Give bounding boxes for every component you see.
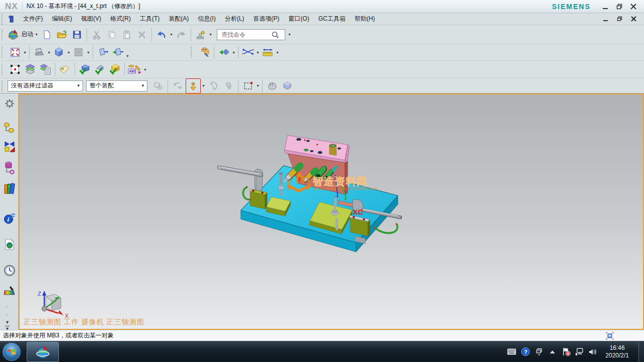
prev-selection-button[interactable] bbox=[171, 79, 185, 93]
shaded-dropdown-caret[interactable]: ▾ bbox=[66, 50, 71, 55]
menu-assemblies[interactable]: 装配(A) bbox=[164, 13, 193, 25]
action-center-button[interactable] bbox=[561, 347, 571, 356]
note-button[interactable] bbox=[58, 62, 72, 76]
undo-dropdown-caret[interactable]: ▾ bbox=[169, 32, 174, 37]
move-component-button[interactable] bbox=[8, 62, 22, 76]
reuse-library-button[interactable] bbox=[4, 183, 16, 195]
edit-section-button[interactable] bbox=[111, 45, 125, 59]
soft-selection-button[interactable] bbox=[265, 79, 279, 93]
clamp-check-button[interactable] bbox=[93, 62, 107, 76]
taskbar-clock[interactable]: 16:46 2020/2/1 bbox=[605, 344, 629, 359]
tray-expand-button[interactable] bbox=[548, 347, 557, 356]
snap-dropdown-caret[interactable]: ▾ bbox=[201, 83, 206, 88]
snap-point-button[interactable] bbox=[186, 78, 201, 94]
left-toggle-clamp[interactable] bbox=[218, 165, 267, 209]
measure-button[interactable] bbox=[261, 45, 275, 59]
help-tray-button[interactable]: ? bbox=[521, 347, 530, 356]
menu-window[interactable]: 窗口(O) bbox=[284, 13, 313, 25]
open-button[interactable] bbox=[55, 28, 69, 42]
menu-help[interactable]: 帮助(H) bbox=[350, 13, 380, 25]
background-dropdown-caret[interactable]: ▾ bbox=[86, 50, 91, 55]
app-minimize-button[interactable] bbox=[602, 3, 609, 10]
menu-information[interactable]: 信息(I) bbox=[193, 13, 220, 25]
fit-dropdown-caret[interactable]: ▾ bbox=[23, 50, 27, 55]
find-command-box[interactable] bbox=[217, 29, 285, 40]
layer-category-button[interactable] bbox=[38, 62, 52, 76]
toolbar-grip[interactable] bbox=[2, 14, 5, 25]
palette-scroll-up2-icon[interactable]: ▲ bbox=[5, 312, 10, 317]
repeat-command-button[interactable] bbox=[194, 28, 208, 42]
shaded-view-button[interactable] bbox=[52, 45, 66, 59]
start-button[interactable] bbox=[3, 343, 21, 361]
find-command-input[interactable] bbox=[220, 31, 271, 39]
highlight-assembly-button[interactable] bbox=[151, 79, 165, 93]
marquee-dropdown-caret[interactable]: ▾ bbox=[256, 83, 260, 88]
doc-restore-button[interactable] bbox=[616, 16, 623, 23]
menu-analysis[interactable]: 分析(L) bbox=[220, 13, 249, 25]
taskbar-nx-app-button[interactable] bbox=[27, 342, 59, 362]
measure-dropdown-caret[interactable]: ▾ bbox=[275, 50, 280, 55]
display-mode-button[interactable] bbox=[32, 45, 46, 59]
delete-button[interactable] bbox=[135, 28, 149, 42]
fit-view-button[interactable] bbox=[8, 45, 22, 59]
menu-tools[interactable]: 工具(T) bbox=[135, 13, 164, 25]
roles-button[interactable] bbox=[4, 98, 16, 110]
role-button[interactable] bbox=[197, 45, 211, 59]
constraint-navigator-button[interactable] bbox=[4, 141, 16, 153]
language-bar-button[interactable] bbox=[534, 347, 543, 356]
paste-button[interactable] bbox=[120, 28, 134, 42]
input-method-button[interactable] bbox=[507, 347, 516, 356]
toolbar-grip[interactable] bbox=[2, 64, 5, 75]
start-button[interactable]: 启动 ▾ bbox=[8, 28, 39, 42]
edit-object-display-button[interactable]: ABC bbox=[127, 62, 142, 76]
datum-dropdown-caret[interactable]: ▾ bbox=[256, 50, 260, 55]
menu-gc-toolbox[interactable]: GC工具箱 bbox=[314, 13, 350, 25]
selection-scope-dropdown[interactable]: 整个装配 ▼ bbox=[86, 80, 147, 92]
menu-preferences[interactable]: 首选项(P) bbox=[249, 13, 284, 25]
toolbar-grip[interactable] bbox=[2, 80, 5, 92]
assembly-constraints-button[interactable] bbox=[77, 62, 92, 76]
layer-settings-button[interactable] bbox=[23, 62, 37, 76]
datum-display-button[interactable] bbox=[241, 45, 255, 59]
doc-minimize-button[interactable] bbox=[602, 16, 609, 23]
section-dropdown-caret[interactable]: ▾ bbox=[125, 54, 130, 58]
selection-filter-dropdown[interactable]: 没有选择过滤器 ▼ bbox=[8, 80, 83, 92]
section-view-button[interactable] bbox=[96, 45, 110, 59]
volume-button[interactable] bbox=[589, 347, 598, 356]
graphics-window[interactable]: XC 智造资料网 INTELLIGENT MANUFACTURING DATA bbox=[19, 94, 644, 330]
menu-file[interactable]: 文件(F) bbox=[19, 13, 47, 25]
part-navigator-button[interactable] bbox=[4, 162, 16, 174]
palette-scroll-up-icon[interactable]: ▲ bbox=[5, 304, 10, 309]
palette-scroll-down-icon[interactable]: ▼ bbox=[5, 320, 10, 325]
select-solid-button[interactable] bbox=[280, 79, 294, 93]
toolbar-grip[interactable] bbox=[2, 29, 5, 40]
new-button[interactable] bbox=[40, 28, 54, 42]
repeat-dropdown-caret[interactable]: ▾ bbox=[208, 32, 213, 37]
menu-view[interactable]: 视图(V) bbox=[76, 13, 106, 25]
menu-format[interactable]: 格式(R) bbox=[106, 13, 135, 25]
toolbar-grip[interactable] bbox=[2, 47, 5, 58]
redo-button[interactable] bbox=[174, 28, 188, 42]
assembly-navigator-button[interactable] bbox=[4, 122, 16, 134]
assembly-model[interactable]: XC 智造资料网 INTELLIGENT MANUFACTURING DATA bbox=[211, 125, 413, 256]
background-button[interactable] bbox=[71, 45, 86, 59]
app-close-button[interactable] bbox=[630, 3, 637, 10]
abc-dropdown-caret[interactable]: ▾ bbox=[143, 67, 147, 72]
doc-close-button[interactable] bbox=[630, 16, 637, 23]
copy-button[interactable] bbox=[105, 28, 119, 42]
show-dropdown-caret[interactable]: ▾ bbox=[231, 50, 236, 55]
move-filter-button[interactable] bbox=[206, 79, 220, 93]
find-options-caret[interactable]: ▾ bbox=[287, 32, 292, 37]
show-desktop-button[interactable] bbox=[638, 341, 644, 362]
web-browser-button[interactable]: i bbox=[4, 212, 16, 224]
display-dropdown-caret[interactable]: ▾ bbox=[47, 50, 51, 55]
undo-button[interactable] bbox=[154, 28, 169, 42]
app-restore-button[interactable] bbox=[616, 3, 623, 10]
cube-check-button[interactable] bbox=[108, 62, 122, 76]
snapshot-button[interactable] bbox=[606, 332, 614, 340]
cut-button[interactable] bbox=[90, 28, 104, 42]
marquee-select-button[interactable] bbox=[241, 79, 255, 93]
save-button[interactable] bbox=[70, 28, 84, 42]
menu-edit[interactable]: 编辑(E) bbox=[47, 13, 76, 25]
toolbar-grip[interactable] bbox=[191, 47, 194, 58]
